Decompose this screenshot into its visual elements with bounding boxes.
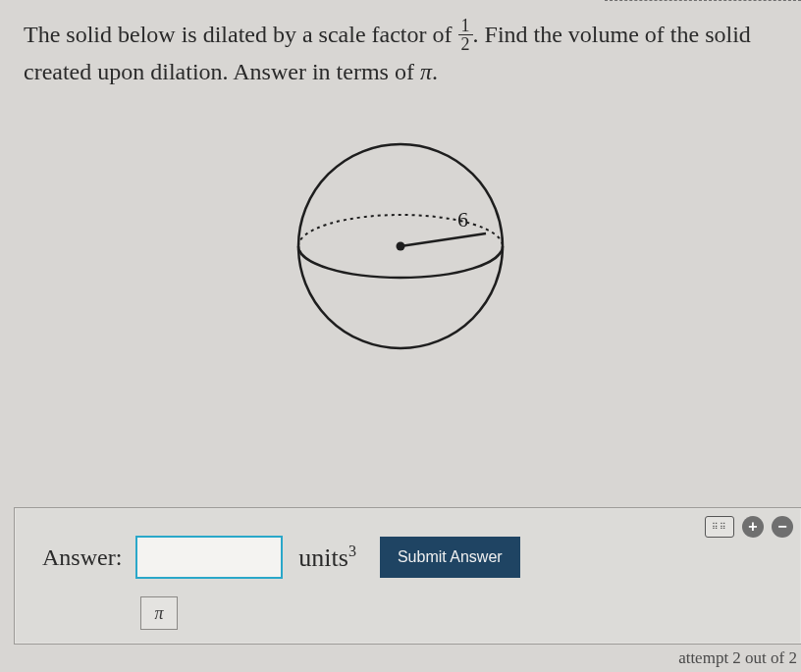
keyboard-icon[interactable]: ⠿⠿	[705, 516, 734, 538]
fraction: 12	[458, 17, 473, 53]
attempt-counter: attempt 2 out of 2	[678, 648, 797, 668]
figure-container: 6	[0, 129, 801, 364]
fraction-denominator: 2	[458, 35, 473, 53]
answer-label: Answer:	[42, 544, 122, 571]
units-label: units3	[298, 543, 356, 573]
units-base: units	[298, 543, 348, 571]
units-exp: 3	[348, 543, 356, 559]
equator-front	[298, 246, 503, 278]
radius-line	[400, 233, 486, 246]
equator-back	[298, 215, 503, 246]
decorative-dashes	[605, 0, 801, 1]
q-part3: .	[432, 59, 438, 84]
zoom-out-button[interactable]: −	[772, 516, 793, 538]
submit-button[interactable]: Submit Answer	[380, 537, 520, 578]
question-text: The solid below is dilated by a scale fa…	[0, 0, 801, 89]
panel-toolbar: ⠿⠿ + −	[705, 516, 793, 538]
radius-label: 6	[457, 207, 468, 232]
pi-symbol: π	[420, 59, 432, 84]
sphere-figure: 6	[283, 129, 518, 364]
answer-input[interactable]	[135, 536, 283, 579]
answer-row: Answer: units3 Submit Answer	[15, 508, 801, 579]
q-part1: The solid below is dilated by a scale fa…	[24, 22, 458, 47]
keyboard-dots: ⠿⠿	[712, 523, 727, 532]
pi-button[interactable]: π	[140, 596, 178, 630]
zoom-in-button[interactable]: +	[742, 516, 764, 538]
answer-panel: ⠿⠿ + − Answer: units3 Submit Answer π	[14, 507, 801, 645]
fraction-numerator: 1	[458, 17, 473, 35]
